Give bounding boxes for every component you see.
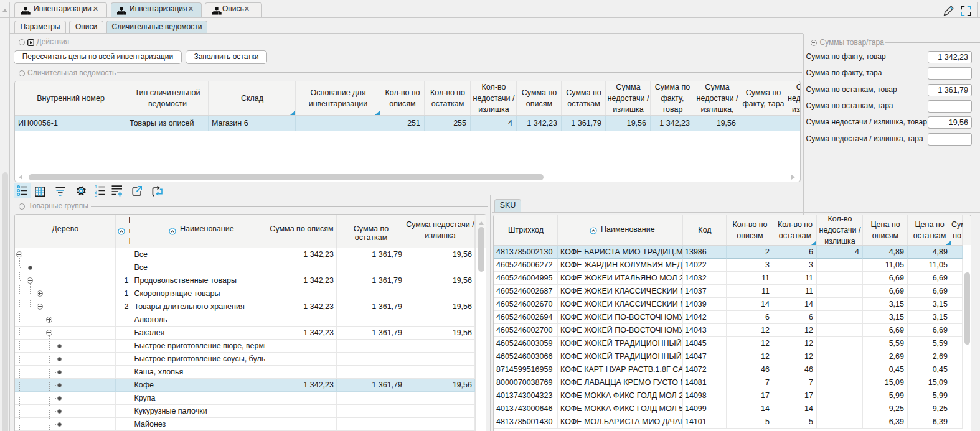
svg-text:3: 3: [95, 193, 97, 197]
